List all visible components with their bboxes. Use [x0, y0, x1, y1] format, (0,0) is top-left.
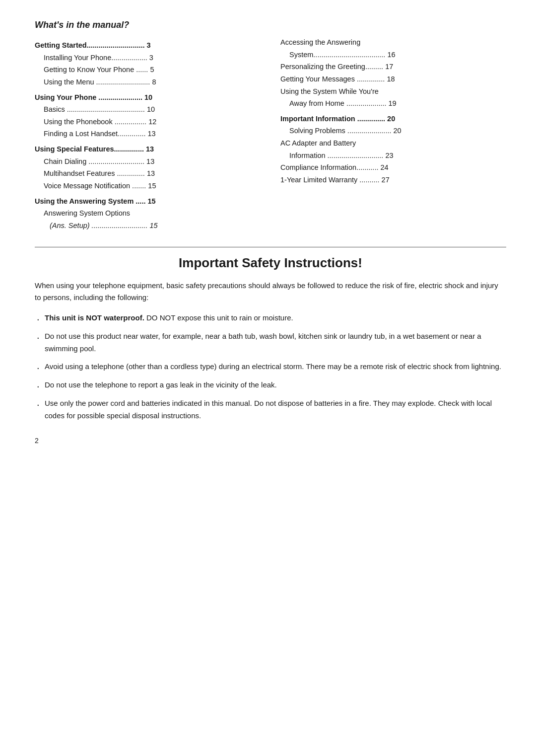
- toc-item: 1-Year Limited Warranty .......... 27: [280, 174, 506, 186]
- toc-title: What's in the manual?: [35, 20, 506, 30]
- toc-item: AC Adapter and Battery: [280, 137, 506, 150]
- toc-item: Away from Home .................... 19: [280, 97, 506, 110]
- list-item: Do not use this product near water, for …: [35, 330, 506, 355]
- toc-item: System..................................…: [280, 49, 506, 61]
- toc-item: Multihandset Features .............. 13: [35, 167, 261, 180]
- toc-item: Using the Phonebook ................ 12: [35, 116, 261, 128]
- safety-title: Important Safety Instructions!: [35, 255, 506, 271]
- safety-item-text: Do not use the telephone to report a gas…: [45, 380, 277, 389]
- safety-list: This unit is NOT waterproof. DO NOT expo…: [35, 312, 506, 422]
- toc-item: (Ans. Setup) ...........................…: [35, 220, 261, 232]
- toc-item: Compliance Information........... 24: [280, 161, 506, 174]
- toc-item: Chain Dialing ..........................…: [35, 155, 261, 168]
- toc-item: Finding a Lost Handset.............. 13: [35, 128, 261, 140]
- toc-item: Using the System While You're: [280, 85, 506, 98]
- toc-item: Using Your Phone ...................... …: [35, 91, 261, 104]
- toc-section: What's in the manual? Getting Started...…: [35, 20, 506, 232]
- toc-right-column: Accessing the Answering System..........…: [280, 36, 506, 232]
- divider: [35, 247, 506, 247]
- safety-intro: When using your telephone equipment, bas…: [35, 280, 506, 304]
- toc-item: Voice Message Notification ....... 15: [35, 180, 261, 192]
- safety-section: Important Safety Instructions! When usin…: [35, 255, 506, 422]
- toc-item: Personalizing the Greeting......... 17: [280, 61, 506, 73]
- toc-item: Using Special Features............... 13: [35, 143, 261, 155]
- safety-item-text: DO NOT expose this unit to rain or moist…: [144, 313, 293, 322]
- toc-item: Getting to Know Your Phone ...... 5: [35, 64, 261, 76]
- list-item: Avoid using a telephone (other than a co…: [35, 361, 506, 373]
- safety-item-text: Avoid using a telephone (other than a co…: [45, 362, 501, 371]
- list-item: Do not use the telephone to report a gas…: [35, 379, 506, 391]
- list-item: This unit is NOT waterproof. DO NOT expo…: [35, 312, 506, 324]
- toc-item: Using the Answering System ..... 15: [35, 195, 261, 208]
- toc-item: Getting Your Messages .............. 18: [280, 73, 506, 85]
- toc-left-column: Getting Started.........................…: [35, 36, 261, 232]
- page-content: What's in the manual? Getting Started...…: [35, 20, 506, 445]
- toc-item: Important Information .............. 20: [280, 113, 506, 125]
- toc-item: Solving Problems ...................... …: [280, 125, 506, 137]
- safety-item-text: Do not use this product near water, for …: [45, 332, 481, 353]
- toc-item: Accessing the Answering: [280, 36, 506, 49]
- toc-item: Information ............................…: [280, 150, 506, 162]
- toc-item: Answering System Options: [35, 207, 261, 220]
- safety-item-text: Use only the power cord and batteries in…: [45, 399, 492, 420]
- toc-item: Getting Started.........................…: [35, 39, 261, 52]
- safety-item-bold: This unit is NOT waterproof.: [45, 313, 144, 322]
- toc-item: Basics .................................…: [35, 103, 261, 116]
- list-item: Use only the power cord and batteries in…: [35, 397, 506, 422]
- toc-item: Using the Menu .........................…: [35, 76, 261, 88]
- page-number: 2: [35, 437, 506, 445]
- toc-item: Installing Your Phone.................. …: [35, 52, 261, 64]
- toc-columns: Getting Started.........................…: [35, 36, 506, 232]
